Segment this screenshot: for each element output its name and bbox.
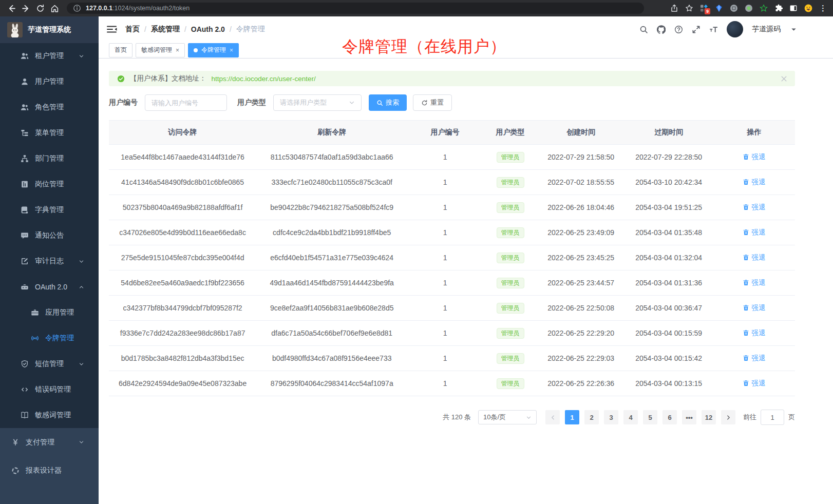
sidebar-item-post[interactable]: 岗位管理 [0, 171, 99, 197]
chevron-up-icon [79, 284, 84, 290]
font-size-icon[interactable] [709, 25, 718, 34]
sidebar-item-role[interactable]: 角色管理 [0, 94, 99, 120]
force-logout-button[interactable]: 强退 [743, 379, 765, 388]
url-bar[interactable]: 127.0.0.1:1024/system/oauth2/token [67, 3, 644, 14]
sidebar-item-tenant[interactable]: 租户管理 [0, 43, 99, 69]
user-id-input[interactable] [145, 94, 227, 111]
created-time-cell: 2022-06-25 23:45:25 [538, 245, 624, 270]
ext-command-icon[interactable] [730, 4, 738, 12]
force-logout-button[interactable]: 强退 [743, 328, 765, 338]
breadcrumb-item[interactable]: 首页 [125, 25, 140, 34]
page-button-5[interactable]: 5 [643, 410, 657, 424]
table-row: c347026e805e4d99b0d116eae66eda8ccdfc4ce9… [109, 220, 795, 245]
tab-sensitive-word[interactable]: 敏感词管理× [136, 43, 185, 57]
user-type-select[interactable]: 请选择用户类型 [273, 94, 362, 111]
user-type-badge: 管理员 [497, 328, 524, 339]
page-size-select[interactable]: 10条/页 [478, 410, 537, 424]
profile-avatar-emoji[interactable] [804, 4, 812, 12]
sidebar-item-label: 敏感词管理 [35, 411, 71, 420]
ext-sidepanel-icon[interactable] [789, 4, 798, 12]
force-logout-button[interactable]: 强退 [743, 203, 765, 212]
table-row: f9336e7c7dd242a283ee98dc86b17a87dfa6c71a… [109, 321, 795, 346]
share-icon[interactable] [670, 4, 678, 12]
sidebar-item-oauth2-application[interactable]: 应用管理 [0, 300, 99, 325]
goto-page-input[interactable] [761, 410, 784, 425]
pagination: 共 120 条 10条/页 123456•••12 前往 页 [109, 410, 795, 425]
user-type-cell: 管理员 [483, 170, 538, 195]
page-button-6[interactable]: 6 [662, 410, 677, 424]
prev-page-button[interactable] [545, 410, 560, 424]
tree-icon [21, 129, 29, 137]
ext-blocks-icon[interactable]: 9 [700, 4, 708, 12]
bookmark-star-icon[interactable] [685, 4, 693, 12]
sidebar-item-dict[interactable]: 字典管理 [0, 197, 99, 223]
hamburger-icon[interactable] [107, 24, 117, 34]
force-logout-button[interactable]: 强退 [743, 228, 765, 237]
close-icon[interactable]: × [176, 47, 179, 53]
action-cell: 强退 [713, 321, 795, 346]
search-button[interactable]: 搜索 [369, 94, 407, 111]
sidebar-item-sensitive-word[interactable]: 敏感词管理 [0, 402, 99, 428]
page-button-12[interactable]: 12 [702, 410, 716, 424]
app-logo[interactable]: 芋道管理系统 [0, 16, 99, 43]
table-row: b0d1785bc3a8482f812db4a3f3bd15ecb0df4980… [109, 346, 795, 371]
sidebar-item-user[interactable]: 用户管理 [0, 69, 99, 94]
force-logout-button[interactable]: 强退 [743, 253, 765, 262]
alert-doc-link[interactable]: https://doc.iocoder.cn/user-center/ [212, 75, 316, 83]
sidebar-item-error-code[interactable]: 错误码管理 [0, 377, 99, 402]
search-icon[interactable] [639, 25, 648, 34]
breadcrumb-item[interactable]: OAuth 2.0 [191, 25, 225, 33]
close-icon[interactable] [780, 75, 788, 83]
force-logout-button[interactable]: 强退 [743, 303, 765, 313]
breadcrumb-item[interactable]: 系统管理 [151, 25, 180, 34]
force-logout-button[interactable]: 强退 [743, 152, 765, 162]
refresh-token-cell: 9ce8ef2aa9f14056b831ae9b608e28d5 [256, 296, 407, 321]
ext-star-icon[interactable] [760, 4, 768, 12]
browser-home-icon[interactable] [47, 1, 62, 15]
page-button-4[interactable]: 4 [623, 410, 638, 424]
page-button-2[interactable]: 2 [584, 410, 599, 424]
sidebar-item-oauth2[interactable]: OAuth 2.0 [0, 274, 99, 300]
sidebar-item-oauth2-token[interactable]: 令牌管理 [0, 325, 99, 351]
sidebar-item-menu[interactable]: 菜单管理 [0, 120, 99, 146]
sidebar-item-sms[interactable]: 短信管理 [0, 351, 99, 377]
github-icon[interactable] [657, 25, 666, 34]
chevron-down-icon [79, 53, 84, 59]
site-info-icon[interactable] [73, 4, 81, 12]
fullscreen-icon[interactable] [692, 25, 701, 34]
page-button-1[interactable]: 1 [565, 410, 579, 424]
page-ellipsis[interactable]: ••• [682, 410, 696, 424]
expire-time-cell: 2022-07-29 22:28:50 [624, 145, 713, 170]
sidebar-item-audit-log[interactable]: 审计日志 [0, 248, 99, 274]
sidebar-item-dept[interactable]: 部门管理 [0, 146, 99, 171]
ext-record-icon[interactable] [745, 4, 753, 12]
sidebar-item-notice[interactable]: 通知公告 [0, 223, 99, 248]
force-logout-button[interactable]: 强退 [743, 178, 765, 187]
browser-menu-icon[interactable]: ⋮ [819, 6, 827, 11]
next-page-button[interactable] [721, 410, 735, 424]
tab-oauth2-token[interactable]: 令牌管理× [188, 43, 239, 57]
reset-button[interactable]: 重置 [413, 94, 452, 111]
browser-back-icon[interactable] [4, 1, 18, 15]
browser-reload-icon[interactable] [33, 1, 47, 15]
force-logout-button[interactable]: 强退 [743, 278, 765, 287]
expire-time-cell: 2054-03-04 00:15:42 [624, 346, 713, 371]
user-avatar[interactable] [727, 21, 743, 37]
ext-gem-icon[interactable] [715, 4, 723, 12]
tab-home[interactable]: 首页 [109, 43, 132, 57]
caret-down-icon[interactable] [789, 25, 798, 34]
ext-puzzle-icon[interactable] [774, 4, 783, 12]
sidebar-item-report-designer[interactable]: 报表设计器 [0, 456, 99, 484]
close-icon[interactable]: × [230, 47, 233, 53]
trash-icon [743, 153, 749, 160]
user-type-badge: 管理员 [497, 152, 524, 163]
help-icon[interactable] [674, 25, 683, 34]
browser-forward-icon[interactable] [18, 1, 33, 15]
extension-badge: 9 [705, 8, 710, 14]
force-logout-button[interactable]: 强退 [743, 354, 765, 363]
user-type-badge: 管理员 [497, 278, 524, 288]
user-type-cell: 管理员 [483, 270, 538, 296]
user-name[interactable]: 芋道源码 [752, 25, 781, 34]
sidebar-item-pay[interactable]: 支付管理 [0, 428, 99, 456]
page-button-3[interactable]: 3 [604, 410, 618, 424]
